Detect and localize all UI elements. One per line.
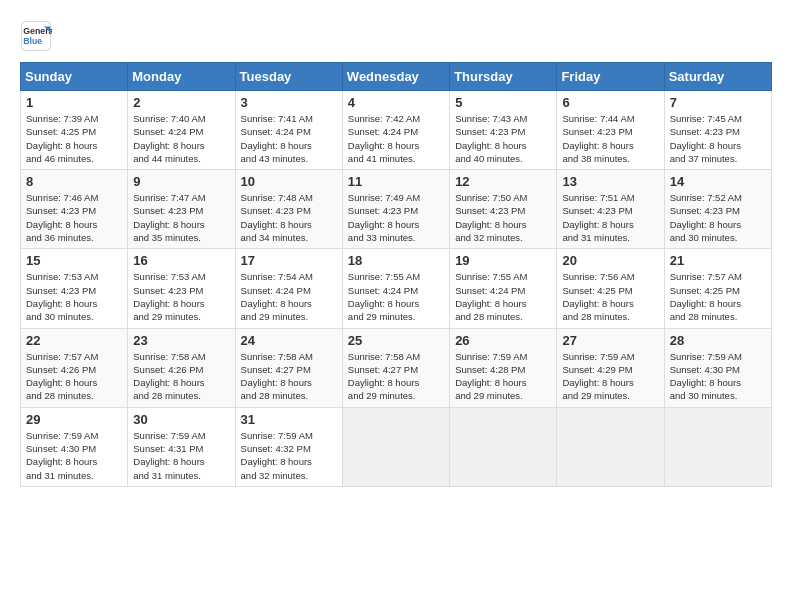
calendar-cell: 12Sunrise: 7:50 AM Sunset: 4:23 PM Dayli… xyxy=(450,170,557,249)
day-info: Sunrise: 7:56 AM Sunset: 4:25 PM Dayligh… xyxy=(562,270,658,323)
calendar-cell: 25Sunrise: 7:58 AM Sunset: 4:27 PM Dayli… xyxy=(342,328,449,407)
day-number: 16 xyxy=(133,253,229,268)
day-header-tuesday: Tuesday xyxy=(235,63,342,91)
day-number: 7 xyxy=(670,95,766,110)
calendar-cell: 26Sunrise: 7:59 AM Sunset: 4:28 PM Dayli… xyxy=(450,328,557,407)
day-info: Sunrise: 7:53 AM Sunset: 4:23 PM Dayligh… xyxy=(26,270,122,323)
day-info: Sunrise: 7:55 AM Sunset: 4:24 PM Dayligh… xyxy=(348,270,444,323)
calendar-cell: 2Sunrise: 7:40 AM Sunset: 4:24 PM Daylig… xyxy=(128,91,235,170)
day-number: 20 xyxy=(562,253,658,268)
day-info: Sunrise: 7:55 AM Sunset: 4:24 PM Dayligh… xyxy=(455,270,551,323)
calendar-cell: 29Sunrise: 7:59 AM Sunset: 4:30 PM Dayli… xyxy=(21,407,128,486)
day-number: 1 xyxy=(26,95,122,110)
day-number: 24 xyxy=(241,333,337,348)
day-info: Sunrise: 7:49 AM Sunset: 4:23 PM Dayligh… xyxy=(348,191,444,244)
day-number: 31 xyxy=(241,412,337,427)
day-info: Sunrise: 7:48 AM Sunset: 4:23 PM Dayligh… xyxy=(241,191,337,244)
calendar-cell: 24Sunrise: 7:58 AM Sunset: 4:27 PM Dayli… xyxy=(235,328,342,407)
day-number: 19 xyxy=(455,253,551,268)
calendar-cell: 21Sunrise: 7:57 AM Sunset: 4:25 PM Dayli… xyxy=(664,249,771,328)
day-info: Sunrise: 7:59 AM Sunset: 4:29 PM Dayligh… xyxy=(562,350,658,403)
day-info: Sunrise: 7:58 AM Sunset: 4:27 PM Dayligh… xyxy=(241,350,337,403)
calendar-cell: 17Sunrise: 7:54 AM Sunset: 4:24 PM Dayli… xyxy=(235,249,342,328)
day-number: 3 xyxy=(241,95,337,110)
day-number: 15 xyxy=(26,253,122,268)
day-number: 4 xyxy=(348,95,444,110)
day-number: 25 xyxy=(348,333,444,348)
calendar-cell: 16Sunrise: 7:53 AM Sunset: 4:23 PM Dayli… xyxy=(128,249,235,328)
day-number: 10 xyxy=(241,174,337,189)
day-number: 23 xyxy=(133,333,229,348)
day-info: Sunrise: 7:57 AM Sunset: 4:25 PM Dayligh… xyxy=(670,270,766,323)
calendar-cell: 5Sunrise: 7:43 AM Sunset: 4:23 PM Daylig… xyxy=(450,91,557,170)
day-number: 11 xyxy=(348,174,444,189)
day-info: Sunrise: 7:59 AM Sunset: 4:28 PM Dayligh… xyxy=(455,350,551,403)
svg-text:Blue: Blue xyxy=(23,36,42,46)
day-header-monday: Monday xyxy=(128,63,235,91)
day-info: Sunrise: 7:52 AM Sunset: 4:23 PM Dayligh… xyxy=(670,191,766,244)
day-number: 14 xyxy=(670,174,766,189)
day-header-wednesday: Wednesday xyxy=(342,63,449,91)
day-number: 29 xyxy=(26,412,122,427)
calendar-cell xyxy=(664,407,771,486)
day-number: 12 xyxy=(455,174,551,189)
day-info: Sunrise: 7:59 AM Sunset: 4:30 PM Dayligh… xyxy=(670,350,766,403)
calendar-cell: 30Sunrise: 7:59 AM Sunset: 4:31 PM Dayli… xyxy=(128,407,235,486)
day-number: 13 xyxy=(562,174,658,189)
day-info: Sunrise: 7:39 AM Sunset: 4:25 PM Dayligh… xyxy=(26,112,122,165)
day-number: 8 xyxy=(26,174,122,189)
day-number: 2 xyxy=(133,95,229,110)
calendar-cell: 11Sunrise: 7:49 AM Sunset: 4:23 PM Dayli… xyxy=(342,170,449,249)
calendar-cell xyxy=(342,407,449,486)
day-info: Sunrise: 7:50 AM Sunset: 4:23 PM Dayligh… xyxy=(455,191,551,244)
day-number: 5 xyxy=(455,95,551,110)
calendar-cell: 10Sunrise: 7:48 AM Sunset: 4:23 PM Dayli… xyxy=(235,170,342,249)
calendar-week-row: 1Sunrise: 7:39 AM Sunset: 4:25 PM Daylig… xyxy=(21,91,772,170)
calendar-cell: 1Sunrise: 7:39 AM Sunset: 4:25 PM Daylig… xyxy=(21,91,128,170)
day-number: 21 xyxy=(670,253,766,268)
day-info: Sunrise: 7:44 AM Sunset: 4:23 PM Dayligh… xyxy=(562,112,658,165)
calendar-header-row: SundayMondayTuesdayWednesdayThursdayFrid… xyxy=(21,63,772,91)
day-header-friday: Friday xyxy=(557,63,664,91)
calendar-cell: 3Sunrise: 7:41 AM Sunset: 4:24 PM Daylig… xyxy=(235,91,342,170)
calendar-week-row: 8Sunrise: 7:46 AM Sunset: 4:23 PM Daylig… xyxy=(21,170,772,249)
calendar-week-row: 22Sunrise: 7:57 AM Sunset: 4:26 PM Dayli… xyxy=(21,328,772,407)
calendar-cell: 8Sunrise: 7:46 AM Sunset: 4:23 PM Daylig… xyxy=(21,170,128,249)
day-number: 27 xyxy=(562,333,658,348)
day-info: Sunrise: 7:40 AM Sunset: 4:24 PM Dayligh… xyxy=(133,112,229,165)
day-info: Sunrise: 7:41 AM Sunset: 4:24 PM Dayligh… xyxy=(241,112,337,165)
calendar-cell: 31Sunrise: 7:59 AM Sunset: 4:32 PM Dayli… xyxy=(235,407,342,486)
calendar-week-row: 15Sunrise: 7:53 AM Sunset: 4:23 PM Dayli… xyxy=(21,249,772,328)
day-number: 28 xyxy=(670,333,766,348)
calendar-cell: 18Sunrise: 7:55 AM Sunset: 4:24 PM Dayli… xyxy=(342,249,449,328)
calendar-cell: 28Sunrise: 7:59 AM Sunset: 4:30 PM Dayli… xyxy=(664,328,771,407)
day-number: 30 xyxy=(133,412,229,427)
logo-icon: General Blue xyxy=(20,20,52,52)
day-info: Sunrise: 7:42 AM Sunset: 4:24 PM Dayligh… xyxy=(348,112,444,165)
day-header-saturday: Saturday xyxy=(664,63,771,91)
day-info: Sunrise: 7:59 AM Sunset: 4:31 PM Dayligh… xyxy=(133,429,229,482)
calendar-cell xyxy=(557,407,664,486)
day-number: 26 xyxy=(455,333,551,348)
day-info: Sunrise: 7:45 AM Sunset: 4:23 PM Dayligh… xyxy=(670,112,766,165)
day-number: 22 xyxy=(26,333,122,348)
day-info: Sunrise: 7:57 AM Sunset: 4:26 PM Dayligh… xyxy=(26,350,122,403)
page-header: General Blue xyxy=(20,20,772,52)
day-info: Sunrise: 7:58 AM Sunset: 4:27 PM Dayligh… xyxy=(348,350,444,403)
day-number: 17 xyxy=(241,253,337,268)
day-info: Sunrise: 7:51 AM Sunset: 4:23 PM Dayligh… xyxy=(562,191,658,244)
day-number: 9 xyxy=(133,174,229,189)
day-info: Sunrise: 7:46 AM Sunset: 4:23 PM Dayligh… xyxy=(26,191,122,244)
day-info: Sunrise: 7:43 AM Sunset: 4:23 PM Dayligh… xyxy=(455,112,551,165)
calendar-cell: 13Sunrise: 7:51 AM Sunset: 4:23 PM Dayli… xyxy=(557,170,664,249)
day-header-sunday: Sunday xyxy=(21,63,128,91)
calendar-cell: 15Sunrise: 7:53 AM Sunset: 4:23 PM Dayli… xyxy=(21,249,128,328)
calendar-cell: 20Sunrise: 7:56 AM Sunset: 4:25 PM Dayli… xyxy=(557,249,664,328)
calendar-week-row: 29Sunrise: 7:59 AM Sunset: 4:30 PM Dayli… xyxy=(21,407,772,486)
day-info: Sunrise: 7:53 AM Sunset: 4:23 PM Dayligh… xyxy=(133,270,229,323)
day-number: 18 xyxy=(348,253,444,268)
calendar-cell: 7Sunrise: 7:45 AM Sunset: 4:23 PM Daylig… xyxy=(664,91,771,170)
calendar-table: SundayMondayTuesdayWednesdayThursdayFrid… xyxy=(20,62,772,487)
day-info: Sunrise: 7:47 AM Sunset: 4:23 PM Dayligh… xyxy=(133,191,229,244)
day-number: 6 xyxy=(562,95,658,110)
